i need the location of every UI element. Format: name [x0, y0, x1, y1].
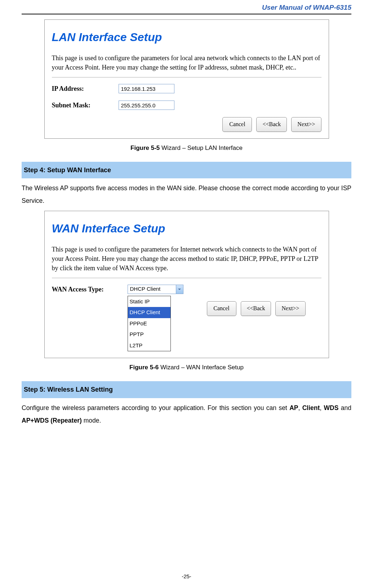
- chevron-down-icon[interactable]: [176, 285, 183, 294]
- lan-screenshot: LAN Interface Setup This page is used to…: [44, 19, 329, 139]
- ip-address-label: IP Address:: [52, 83, 119, 95]
- figure-5-5-caption: Figure 5-5 Wizard – Setup LAN Interface: [22, 142, 351, 154]
- page-number: -25-: [0, 573, 373, 579]
- wan-divider: [52, 278, 321, 278]
- next-button[interactable]: Next>>: [291, 117, 321, 132]
- step-4-heading: Step 4: Setup WAN Interface: [22, 162, 351, 178]
- option-pptp[interactable]: PPTP: [128, 329, 170, 340]
- header-rule: [22, 14, 351, 14]
- option-dhcp-client[interactable]: DHCP Client: [128, 307, 170, 318]
- step-5-body: Configure the wireless parameters accord…: [22, 402, 351, 427]
- lan-desc: This page is used to configure the param…: [52, 53, 321, 72]
- wan-access-type-select[interactable]: DHCP Client: [128, 285, 183, 294]
- wan-access-type-options[interactable]: Static IP DHCP Client PPPoE PPTP L2TP: [128, 296, 171, 352]
- back-button[interactable]: <<Back: [256, 117, 287, 132]
- option-l2tp[interactable]: L2TP: [128, 340, 170, 351]
- wan-cancel-button[interactable]: Cancel: [207, 301, 236, 316]
- subnet-mask-input[interactable]: [119, 101, 174, 110]
- lan-divider: [52, 77, 321, 77]
- wan-next-button[interactable]: Next>>: [275, 301, 305, 316]
- ip-address-input[interactable]: [119, 84, 174, 93]
- wan-desc: This page is used to configure the param…: [52, 245, 321, 273]
- cancel-button[interactable]: Cancel: [222, 117, 252, 132]
- wan-access-type-label: WAN Access Type:: [52, 283, 128, 295]
- figure-5-6-caption: Figure 5-6 Wizard – WAN Interface Setup: [22, 362, 351, 373]
- doc-title: User Manual of WNAP-6315: [22, 4, 351, 14]
- wan-back-button[interactable]: <<Back: [241, 301, 271, 316]
- option-static-ip[interactable]: Static IP: [128, 296, 170, 307]
- option-pppoe[interactable]: PPPoE: [128, 318, 170, 329]
- lan-title: LAN Interface Setup: [52, 26, 321, 48]
- wan-select-value: DHCP Client: [128, 283, 176, 295]
- wan-screenshot: WAN Interface Setup This page is used to…: [44, 211, 329, 358]
- step-5-heading: Step 5: Wireless LAN Setting: [22, 381, 351, 398]
- wan-title: WAN Interface Setup: [52, 218, 321, 240]
- step-4-body: The Wireless AP supports five access mod…: [22, 182, 351, 207]
- subnet-mask-label: Subnet Mask:: [52, 99, 119, 111]
